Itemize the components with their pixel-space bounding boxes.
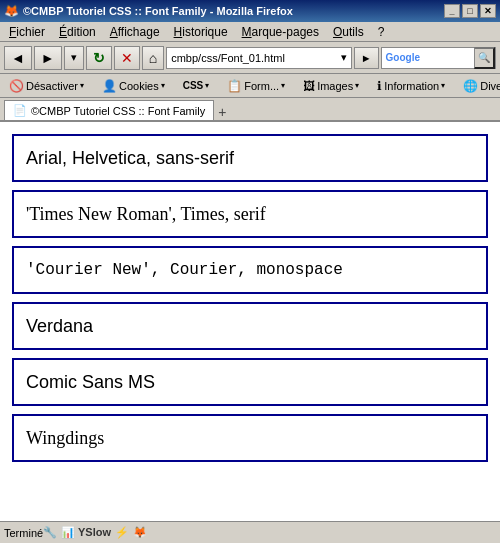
window-title: ©CMBP Tutoriel CSS :: Font Family - Mozi… [23, 5, 293, 17]
font-text-comic: Comic Sans MS [26, 372, 155, 393]
cookies-icon: 👤 [102, 79, 117, 93]
menu-affichage[interactable]: Affichage [105, 24, 165, 40]
menu-bar: Fichier Édition Affichage Historique Mar… [0, 22, 500, 42]
menu-help[interactable]: ? [373, 24, 390, 40]
browser-icon: 🦊 [4, 4, 19, 18]
stop-button[interactable]: ✕ [114, 46, 140, 70]
images-icon: 🖼 [303, 79, 315, 93]
font-text-times: 'Times New Roman', Times, serif [26, 204, 266, 225]
addon-dive-label: Dive [480, 80, 500, 92]
status-icon-firefox: 🦊 [133, 526, 147, 539]
information-icon: ℹ [377, 79, 382, 93]
refresh-button[interactable]: ↻ [86, 46, 112, 70]
search-box[interactable]: Google 🔍 [381, 47, 496, 69]
address-input[interactable] [171, 52, 340, 64]
css-arrow-icon: ▾ [205, 81, 209, 90]
address-bar[interactable]: ▾ [166, 47, 351, 69]
font-box-courier: 'Courier New', Courier, monospace [12, 246, 488, 294]
status-bar: Terminé 🔧 📊 YSlow ⚡ 🦊 [0, 521, 500, 543]
forward-arrow-icon: ► [41, 50, 55, 66]
forms-arrow-icon: ▾ [281, 81, 285, 90]
status-icons: 🔧 📊 YSlow ⚡ 🦊 [43, 526, 151, 539]
cookies-arrow-icon: ▾ [161, 81, 165, 90]
desactiver-icon: 🚫 [9, 79, 24, 93]
maximize-button[interactable]: □ [462, 4, 478, 18]
address-dropdown-icon: ▾ [341, 51, 347, 64]
tab-bar: 📄 ©CMBP Tutoriel CSS :: Font Family + [0, 98, 500, 122]
addon-cookies-label: Cookies [119, 80, 159, 92]
addon-desactiver-label: Désactiver [26, 80, 78, 92]
active-tab-label: ©CMBP Tutoriel CSS :: Font Family [31, 105, 205, 117]
font-box-times: 'Times New Roman', Times, serif [12, 190, 488, 238]
content-area: Arial, Helvetica, sans-serif 'Times New … [0, 122, 500, 521]
minimize-button[interactable]: _ [444, 4, 460, 18]
font-box-verdana: Verdana [12, 302, 488, 350]
close-button[interactable]: ✕ [480, 4, 496, 18]
nav-bar: ◄ ► ▾ ↻ ✕ ⌂ ▾ ► Google 🔍 [0, 42, 500, 74]
addon-forms[interactable]: 📋 Form... ▾ [222, 77, 290, 95]
stop-icon: ✕ [121, 50, 133, 66]
menu-edition[interactable]: Édition [54, 24, 101, 40]
forms-icon: 📋 [227, 79, 242, 93]
font-text-verdana: Verdana [26, 316, 93, 337]
menu-marquepages[interactable]: Marque-pages [237, 24, 324, 40]
status-icon-yslow: 📊 YSlow [61, 526, 111, 539]
images-arrow-icon: ▾ [355, 81, 359, 90]
dive-icon: 🌐 [463, 79, 478, 93]
status-icon-power: ⚡ [115, 526, 129, 539]
addon-forms-label: Form... [244, 80, 279, 92]
refresh-icon: ↻ [93, 50, 105, 66]
tab-page-icon: 📄 [13, 104, 27, 117]
addon-images-label: Images [317, 80, 353, 92]
addon-desactiver[interactable]: 🚫 Désactiver ▾ [4, 77, 89, 95]
back-arrow-icon: ◄ [11, 50, 25, 66]
new-tab-button[interactable]: + [214, 104, 230, 120]
menu-fichier[interactable]: Fichier [4, 24, 50, 40]
status-text: Terminé [4, 527, 43, 539]
addon-information-label: Information [384, 80, 439, 92]
active-tab[interactable]: 📄 ©CMBP Tutoriel CSS :: Font Family [4, 100, 214, 120]
menu-outils[interactable]: Outils [328, 24, 369, 40]
forward-button[interactable]: ► [34, 46, 62, 70]
addon-bar: 🚫 Désactiver ▾ 👤 Cookies ▾ CSS ▾ 📋 Form.… [0, 74, 500, 98]
search-input[interactable] [424, 52, 474, 64]
font-box-wingdings: Wingdings [12, 414, 488, 462]
status-icon-tools: 🔧 [43, 526, 57, 539]
search-go-button[interactable]: 🔍 [474, 47, 495, 69]
google-logo: Google [382, 52, 424, 63]
font-text-wingdings: Wingdings [26, 428, 104, 449]
desactiver-arrow-icon: ▾ [80, 81, 84, 90]
font-box-arial: Arial, Helvetica, sans-serif [12, 134, 488, 182]
font-text-courier: 'Courier New', Courier, monospace [26, 261, 343, 279]
css-icon: CSS [183, 80, 204, 91]
title-bar: 🦊 ©CMBP Tutoriel CSS :: Font Family - Mo… [0, 0, 500, 22]
home-icon: ⌂ [149, 50, 157, 66]
go-button[interactable]: ► [354, 47, 379, 69]
dropdown-button[interactable]: ▾ [64, 46, 84, 70]
dropdown-icon: ▾ [71, 51, 77, 64]
back-button[interactable]: ◄ [4, 46, 32, 70]
menu-historique[interactable]: Historique [169, 24, 233, 40]
home-button[interactable]: ⌂ [142, 46, 164, 70]
font-box-comic: Comic Sans MS [12, 358, 488, 406]
addon-information[interactable]: ℹ Information ▾ [372, 77, 450, 95]
information-arrow-icon: ▾ [441, 81, 445, 90]
font-text-arial: Arial, Helvetica, sans-serif [26, 148, 234, 169]
addon-css[interactable]: CSS ▾ [178, 78, 215, 93]
addon-dive[interactable]: 🌐 Dive [458, 77, 500, 95]
addon-cookies[interactable]: 👤 Cookies ▾ [97, 77, 170, 95]
addon-images[interactable]: 🖼 Images ▾ [298, 77, 364, 95]
